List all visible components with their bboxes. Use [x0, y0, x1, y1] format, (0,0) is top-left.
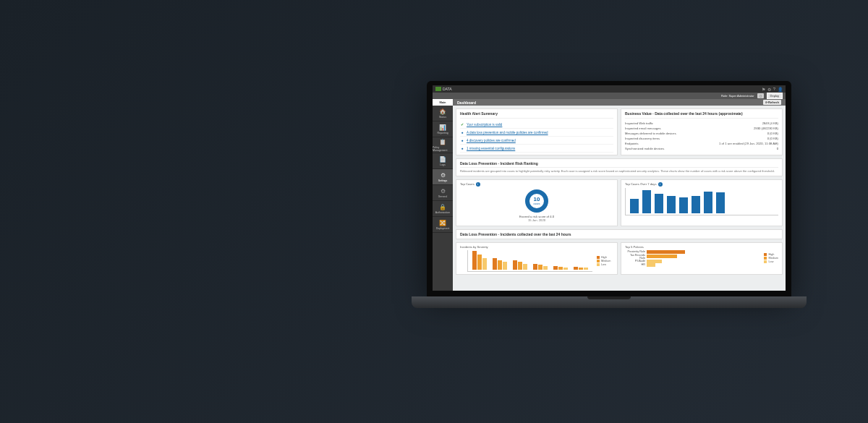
breadcrumb-bar: Dashboard ⟳ Refresh — [453, 99, 786, 106]
sidebar-item-label: General — [438, 195, 447, 198]
legend-swatch-icon — [764, 253, 767, 256]
donut-date: 15 Jan. 2020 — [528, 218, 545, 222]
top-cases-card: Top Cases i 10 cases Exceed a risk score… — [456, 179, 618, 226]
legend-swatch-icon — [597, 256, 600, 259]
sidebar-item-settings[interactable]: ⚙Settings — [433, 169, 453, 185]
sev-bar — [513, 260, 517, 270]
top-cases-7d-label: Top Cases Over 7 days i — [625, 182, 778, 187]
alert-link[interactable]: A data loss prevention and mobile polici… — [467, 131, 548, 134]
bv-row: Inspected email messages2930 (482230 KB) — [625, 126, 778, 131]
dlp-24h-section: Data Loss Prevention - Incidents collect… — [456, 229, 783, 239]
top-policies-label: Top 5 Policies — [625, 245, 778, 249]
refresh-button[interactable]: ⟳ Refresh — [763, 100, 781, 105]
sev-bar — [482, 258, 487, 269]
sidebar-item-reporting[interactable]: 📊Reporting — [433, 121, 453, 137]
sidebar-item-label: Status — [439, 116, 446, 119]
sev-bar — [477, 255, 482, 269]
role-selector[interactable]: ◻ — [757, 93, 764, 98]
status-icon: ● — [460, 146, 464, 150]
info-icon[interactable]: i — [658, 182, 663, 187]
sev-bar — [498, 260, 502, 270]
sidebar-item-authorization[interactable]: 🔒Authorization — [433, 201, 453, 217]
policy-label: Tax Records Rule — [625, 254, 645, 260]
help-icon[interactable]: ? — [773, 87, 775, 92]
policy-bar — [647, 250, 685, 254]
legend-swatch-icon — [597, 263, 600, 266]
status-icon: ✔ — [460, 122, 464, 127]
bar — [630, 199, 639, 213]
sev-group — [472, 251, 487, 269]
sev-bar — [472, 251, 477, 269]
sidebar-item-logs[interactable]: 📄Logs — [433, 153, 453, 169]
sev-bar — [579, 268, 583, 270]
legend-swatch-icon — [764, 260, 767, 263]
donut-chart: 10 cases Exceed a risk score of 4.0 15 J… — [460, 188, 613, 223]
legend-label: High — [601, 256, 607, 259]
business-value-card: Business Value - Data collected over the… — [621, 108, 783, 155]
business-value-title: Business Value - Data collected over the… — [625, 111, 778, 119]
deploy-button[interactable]: Deploy — [767, 93, 783, 99]
info-icon[interactable]: i — [476, 182, 480, 187]
flag-icon[interactable]: ⚑ — [762, 87, 765, 92]
sidebar-item-label: Deployment — [436, 227, 450, 230]
sev-group — [533, 264, 548, 270]
policy-bar — [647, 255, 677, 258]
user-icon[interactable]: 👤 — [778, 87, 783, 92]
bv-row: Messages delivered to mobile devices0 (0… — [625, 131, 778, 136]
health-alert-title: Health Alert Summary — [460, 111, 613, 119]
role-label: Role: Super Administrator — [721, 94, 754, 98]
bv-val: 0 (0 KB) — [767, 137, 778, 140]
bv-key: Inspected Web traffic — [625, 121, 653, 125]
sev-group — [513, 260, 527, 270]
gear-icon[interactable]: ⚙ — [767, 87, 771, 92]
sev-bar — [493, 258, 497, 269]
sev-group — [553, 266, 568, 270]
sidebar-icon: 🔀 — [439, 220, 446, 226]
sidebar-item-policy-management[interactable]: 📋Policy Management — [433, 137, 453, 153]
sidebar-icon: 📊 — [439, 124, 446, 131]
alert-row: ●A data loss prevention and mobile polic… — [460, 129, 613, 137]
legend-item: High — [597, 256, 611, 259]
severity-chart — [467, 250, 592, 272]
bv-row: Inspected Web traffic2849 (4 KB) — [625, 121, 778, 126]
policies-hbar-chart: Proximity RuleTax Records RulePII AuditH… — [625, 250, 760, 267]
sev-group — [493, 258, 507, 269]
bar — [655, 194, 663, 213]
policy-bar-row: Tax Records Rule — [625, 254, 760, 260]
bv-val: 2849 (4 KB) — [762, 121, 778, 125]
sidebar-item-status[interactable]: 🏠Status — [433, 106, 453, 121]
bv-val: 0 (0 KB) — [767, 132, 778, 135]
policy-bar-row: HR — [625, 263, 760, 267]
alert-link[interactable]: Your subscription is valid — [467, 123, 502, 127]
top-cases-7d-card: Top Cases Over 7 days i — [621, 179, 783, 226]
legend-swatch-icon — [764, 257, 767, 260]
sev-bar — [574, 267, 578, 270]
bv-row: Endpoints1 of 1 are enabled (29 Jan. 202… — [625, 141, 778, 146]
bar — [642, 190, 651, 213]
top-cases-label: Top Cases i — [460, 182, 613, 187]
sidebar-item-deployment[interactable]: 🔀Deployment — [433, 217, 453, 233]
bv-row: Synchronized mobile devices0 — [625, 146, 778, 151]
app-screen: DATA ⚑ ⚙ ? 👤 Role: Super Administrator ◻… — [433, 85, 786, 291]
laptop-deck — [412, 296, 807, 308]
sidebar-item-label: Policy Management — [433, 146, 453, 152]
top-bar: DATA ⚑ ⚙ ? 👤 — [433, 85, 786, 93]
sidebar-tab-main[interactable]: Main — [433, 99, 453, 106]
alert-link[interactable]: 4 discovery policies are confirmed — [467, 139, 516, 142]
sidebar: Main 🏠Status📊Reporting📋Policy Management… — [433, 99, 453, 291]
brand-name: DATA — [443, 87, 452, 91]
alert-link[interactable]: 1 missing essential configurations — [467, 147, 515, 150]
sidebar-item-general[interactable]: ⚙General — [433, 185, 453, 201]
legend-item: Medium — [597, 260, 611, 262]
legend-item: Medium — [764, 257, 778, 260]
dlp-24h-title: Data Loss Prevention - Incidents collect… — [460, 232, 571, 236]
sidebar-item-label: Authorization — [435, 211, 450, 214]
legend-item: Low — [597, 263, 611, 266]
legend-label: Medium — [768, 257, 778, 260]
sidebar-icon: 🔒 — [439, 204, 446, 210]
alert-row: ●4 discovery policies are confirmed — [460, 137, 613, 145]
brand-logo-icon — [435, 87, 441, 91]
sidebar-item-label: Reporting — [437, 132, 448, 134]
severity-legend: HighMediumLow — [597, 256, 611, 266]
sev-bar — [563, 268, 568, 270]
